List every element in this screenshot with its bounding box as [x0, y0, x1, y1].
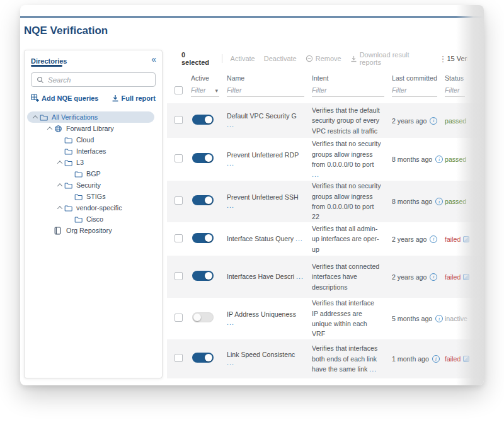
- row-checkbox[interactable]: [175, 234, 183, 242]
- last-committed-text: 8 months ago: [392, 156, 432, 163]
- table-row[interactable]: Link Speed Consistenc ...Verifies that i…: [167, 339, 484, 378]
- chevron-up-icon[interactable]: [55, 161, 64, 164]
- chevron-up-icon[interactable]: [45, 127, 54, 130]
- row-checkbox[interactable]: [175, 196, 183, 205]
- info-icon[interactable]: i: [430, 235, 437, 243]
- verification-intent: Verifies that all admin-up interfaces ar…: [312, 225, 379, 253]
- verification-name[interactable]: IP Address Uniqueness: [227, 310, 296, 318]
- result-report-icon[interactable]: [463, 236, 469, 242]
- result-report-icon[interactable]: [463, 274, 469, 280]
- verification-name[interactable]: Prevent Unfettered RDP: [227, 151, 299, 159]
- remove-button[interactable]: Remove: [306, 55, 341, 62]
- table-row[interactable]: Prevent Unfettered RDP ...Verifies that …: [167, 138, 484, 181]
- name-truncation-ellipsis[interactable]: ...: [227, 201, 234, 209]
- toggle-knob: [205, 154, 212, 162]
- select-all-checkbox[interactable]: [175, 86, 183, 94]
- row-checkbox[interactable]: [175, 354, 183, 362]
- row-checkbox[interactable]: [175, 116, 183, 124]
- tree-item-vendor-specific[interactable]: vendor-specific: [27, 202, 154, 213]
- intent-truncation-ellipsis[interactable]: ...: [312, 171, 319, 178]
- info-icon[interactable]: i: [435, 198, 443, 205]
- folder-icon: [74, 171, 83, 178]
- name-truncation-ellipsis[interactable]: ...: [295, 235, 303, 242]
- info-icon[interactable]: i: [430, 273, 437, 281]
- tree-item-security[interactable]: Security: [27, 179, 154, 191]
- filter-last-committed-input[interactable]: Filter: [392, 86, 437, 97]
- filter-name-input[interactable]: Filter: [227, 86, 304, 97]
- chevron-up-icon[interactable]: [31, 115, 40, 119]
- toggle-knob: [193, 314, 201, 321]
- verification-name[interactable]: Default VPC Security G: [227, 112, 297, 120]
- sidebar-actions: Add NQE queries Full report: [31, 94, 156, 102]
- verification-intent: Verifies that no security groups allow i…: [312, 140, 381, 168]
- table-row[interactable]: Interfaces Have Descri ...Verifies that …: [167, 256, 484, 298]
- activate-button[interactable]: Activate: [231, 55, 255, 62]
- active-toggle[interactable]: [192, 153, 214, 163]
- active-toggle[interactable]: [192, 312, 214, 322]
- filter-active-input[interactable]: Filter▾: [191, 86, 219, 97]
- tree-item-l3[interactable]: L3: [27, 157, 154, 168]
- last-committed-text: 2 years ago: [392, 273, 427, 281]
- column-header-name[interactable]: Name: [227, 74, 312, 82]
- verifications-main: 0 selected Activate Deactivate Remove Do…: [167, 52, 484, 377]
- active-toggle[interactable]: [192, 233, 214, 243]
- column-header-status[interactable]: Status: [445, 74, 484, 82]
- toggle-knob: [205, 272, 212, 280]
- verification-name[interactable]: Interfaces Have Descri: [227, 273, 294, 280]
- verification-name[interactable]: Interface Status Query: [227, 235, 294, 242]
- info-icon[interactable]: i: [435, 156, 443, 163]
- tree-item-forward-library[interactable]: Forward Library: [27, 123, 154, 134]
- chevron-down-icon[interactable]: ▾: [215, 88, 218, 94]
- verification-intent: Verifies that no security groups allow i…: [312, 182, 381, 220]
- full-report-button[interactable]: Full report: [112, 94, 156, 102]
- row-checkbox[interactable]: [175, 314, 183, 322]
- add-nqe-queries-button[interactable]: Add NQE queries: [31, 94, 98, 102]
- directories-panel: Directories « Search Add NQE queries: [24, 50, 163, 378]
- chevron-up-icon[interactable]: [55, 183, 64, 187]
- active-toggle[interactable]: [192, 195, 214, 205]
- info-icon[interactable]: i: [432, 355, 440, 363]
- more-actions-icon[interactable]: ⋮: [438, 54, 447, 64]
- info-icon[interactable]: i: [430, 117, 437, 125]
- download-result-reports-button[interactable]: Download result reports: [350, 51, 429, 66]
- tree-item-cisco[interactable]: Cisco: [27, 213, 154, 225]
- table-row[interactable]: IP Address Uniqueness ...Verifies that i…: [167, 298, 484, 339]
- collapse-panel-icon[interactable]: «: [151, 54, 156, 64]
- tree-item-org-repository[interactable]: Org Repository: [27, 225, 154, 236]
- name-truncation-ellipsis[interactable]: ...: [227, 159, 234, 167]
- search-input[interactable]: Search: [31, 72, 156, 87]
- chevron-up-icon[interactable]: [55, 206, 64, 210]
- filter-intent-input[interactable]: Filter: [312, 86, 384, 97]
- tree-item-label: L3: [76, 159, 84, 166]
- tree-item-all-verifications[interactable]: All Verifications: [27, 111, 154, 123]
- row-checkbox[interactable]: [175, 272, 183, 280]
- tab-directories[interactable]: Directories: [31, 57, 67, 65]
- name-truncation-ellipsis[interactable]: ...: [296, 273, 304, 280]
- verification-name[interactable]: Prevent Unfettered SSH: [227, 193, 299, 201]
- active-toggle[interactable]: [192, 115, 214, 125]
- intent-truncation-ellipsis[interactable]: ...: [369, 365, 377, 373]
- name-truncation-ellipsis[interactable]: ...: [227, 359, 234, 366]
- column-header-intent[interactable]: Intent: [312, 74, 392, 82]
- active-toggle[interactable]: [192, 271, 214, 281]
- tree-item-label: Forward Library: [66, 125, 114, 132]
- tree-item-cloud[interactable]: Cloud: [27, 134, 154, 145]
- row-checkbox[interactable]: [175, 154, 183, 162]
- active-toggle[interactable]: [192, 353, 214, 363]
- tree-item-interfaces[interactable]: Interfaces: [27, 145, 154, 157]
- result-report-icon[interactable]: [463, 356, 469, 362]
- column-header-active[interactable]: Active: [191, 74, 227, 82]
- name-truncation-ellipsis[interactable]: ...: [227, 121, 234, 128]
- filter-status-input[interactable]: Filter: [445, 86, 465, 97]
- tree-item-bgp[interactable]: BGP: [27, 168, 154, 179]
- column-header-last-committed[interactable]: Last committed: [392, 74, 445, 82]
- status-badge: passed: [445, 117, 466, 125]
- deactivate-button[interactable]: Deactivate: [264, 55, 297, 62]
- table-row[interactable]: Interface Status Query ...Verifies that …: [167, 222, 484, 256]
- name-truncation-ellipsis[interactable]: ...: [227, 319, 234, 326]
- info-icon[interactable]: i: [435, 315, 443, 322]
- verification-name[interactable]: Link Speed Consistenc: [227, 351, 295, 358]
- table-row[interactable]: Prevent Unfettered SSH ...Verifies that …: [167, 181, 484, 222]
- tree-item-stigs[interactable]: STIGs: [27, 191, 154, 202]
- table-row[interactable]: Default VPC Security G ...Verifies that …: [167, 103, 484, 138]
